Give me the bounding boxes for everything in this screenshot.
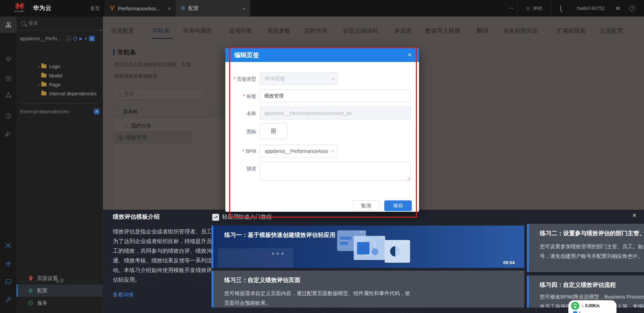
menu-item-label: 页面设置	[37, 275, 58, 282]
package-install-icon[interactable]	[0, 70, 17, 87]
folder-icon	[41, 74, 46, 77]
wrench-icon[interactable]	[0, 292, 17, 308]
card-title: 练习一：基于模板快速创建绩效评估轻应用	[224, 231, 335, 239]
explorer-search-input[interactable]: 搜索	[17, 17, 103, 31]
add-icon[interactable]: +	[89, 36, 95, 41]
chevron-down-icon[interactable]	[66, 36, 71, 41]
tree-item-logic[interactable]: ▸ Logic	[17, 62, 103, 71]
tab-app-close-icon[interactable]: ×	[168, 6, 171, 11]
home-link[interactable]: 首页	[90, 0, 100, 17]
tutorial-card-2[interactable]: 练习二：设置参与绩效评估的部门主管、员工 您可设置参加绩效管理的部门主管、员工。…	[527, 224, 644, 272]
required-mark: *	[244, 93, 245, 99]
tutorial-card-3[interactable]: 练习三：自定义绩效评估页面 您可根据需求自定义页面内容，通过配置页面数据模型、组…	[212, 271, 524, 307]
field-label-icon: 图标	[218, 129, 256, 135]
help-button[interactable]: ?	[625, 6, 639, 11]
search-icon	[560, 5, 561, 11]
search-button[interactable]	[551, 5, 570, 11]
debug-run-icon[interactable]	[0, 125, 17, 142]
app-window: HUAWEI 华为云 首页 PerformanceAss... × ⚙ 配置 ×…	[0, 0, 644, 313]
tree-item-label: Model	[49, 73, 62, 79]
feedback-button[interactable]: ☺ 评价	[517, 0, 551, 17]
explorer-panel: 搜索 ‹ appdemo__Perfo... ▶ ▼ + ▸ Logic Mod…	[17, 17, 103, 313]
chevron-down-icon	[331, 77, 335, 80]
left-icon-rail	[0, 17, 17, 313]
external-dependencies-row[interactable]: External dependencies +	[20, 109, 99, 114]
tab-config[interactable]: ⚙ 配置 ×	[176, 0, 250, 17]
tab-performance-app[interactable]: PerformanceAss... ×	[105, 0, 176, 17]
icon-picker-button[interactable]	[260, 123, 287, 139]
wifi-icon	[571, 302, 579, 310]
gear-icon: ⚙	[181, 5, 185, 11]
help-icon: ?	[629, 6, 635, 11]
dialog-title: 编辑页签	[234, 51, 259, 59]
badge-count: 1	[579, 311, 581, 313]
edit-tab-dialog: 编辑页签 × *页签类型 BPM页签 *标签 名称 图标 *BPM appdem…	[225, 48, 419, 212]
tutorial-card-1-video[interactable]: 练习一：基于模板快速创建绩效评估轻应用 00:54	[212, 226, 524, 268]
tree-root-row[interactable]: appdemo__Perfo... ▶ ▼ +	[20, 35, 101, 42]
layers-icon[interactable]	[0, 51, 17, 67]
panel-collapse-icon[interactable]: ‹	[100, 25, 105, 34]
external-dependencies-label: External dependencies	[20, 109, 94, 114]
card-title: 练习四：自定义绩效评估流程	[540, 281, 616, 289]
brand-title: 华为云	[33, 0, 52, 17]
history-icon[interactable]	[0, 107, 17, 124]
tree-item-label: Internal dependencies	[49, 91, 97, 96]
huawei-wordmark: HUAWEI	[12, 10, 27, 12]
tag-input[interactable]	[260, 90, 411, 102]
network-speed-widget[interactable]: ↑↓ 0.00K/s 1	[568, 300, 616, 313]
terminal-icon[interactable]	[0, 273, 17, 290]
tree-item-label: Logic	[49, 64, 61, 69]
panel-close-icon[interactable]: ×	[632, 211, 636, 219]
expander-icon[interactable]: ▸	[36, 83, 41, 86]
menu-item-label: 服务	[37, 300, 47, 306]
mail-icon[interactable]: ✉	[611, 5, 625, 12]
view-details-link[interactable]: 查看详情	[113, 292, 133, 298]
cloud-upload-icon[interactable]	[0, 310, 17, 313]
tree-item-model[interactable]: Model	[17, 71, 103, 80]
connections-icon[interactable]	[0, 87, 17, 103]
description-textarea[interactable]	[260, 162, 411, 181]
field-label-bpm: *BPM	[218, 148, 256, 154]
ghost-dots-decoration	[272, 252, 284, 255]
bpm-select[interactable]: appdemo__PerformanceAsses:	[260, 145, 338, 157]
intro-text: 绩效评估是指企业或者组织管理者、员工为了达到企业或者组织目标，持续提升员工的绩效…	[113, 227, 213, 285]
tree-item-page[interactable]: ▸ Page	[17, 80, 103, 89]
tab-config-close-icon[interactable]: ×	[242, 6, 245, 11]
huawei-flower-icon	[14, 2, 25, 11]
clover-icon	[269, 127, 278, 135]
menu-item-label: 配置	[37, 288, 47, 294]
field-label-desc: 描述	[218, 166, 256, 172]
expander-icon[interactable]: ▸	[36, 65, 41, 68]
dialog-header[interactable]: 编辑页签 ×	[225, 48, 419, 62]
dialog-close-icon[interactable]: ×	[408, 51, 411, 58]
save-button[interactable]: 保存	[384, 200, 412, 211]
username[interactable]: hw84740751	[571, 0, 611, 17]
menu-item-config[interactable]: ⚙ 配置	[17, 284, 103, 297]
branch-icon	[109, 6, 115, 11]
tree-item-internal-dependencies[interactable]: Internal dependencies	[17, 89, 103, 98]
chart-trend-icon	[212, 214, 219, 221]
card-body: 您可设置参加绩效管理的部门主管、员工。如果系统中没有部门主管、员工用户账号，请先…	[540, 242, 644, 261]
filter-icon[interactable]: ▼	[84, 37, 87, 41]
preview-eye-icon[interactable]	[0, 237, 17, 254]
network-speed: 0.00K/s	[585, 303, 600, 308]
tab-type-select: BPM页签	[260, 72, 338, 85]
cancel-button[interactable]: 取消	[353, 200, 379, 211]
menu-item-services[interactable]: 服务	[17, 297, 103, 309]
menu-item-page-settings[interactable]: 页面设置	[17, 272, 103, 284]
video-duration: 00:54	[503, 260, 515, 265]
run-icon[interactable]: ▶	[79, 36, 82, 41]
tab-app-label: PerformanceAss...	[118, 6, 160, 11]
field-label-type: *页签类型	[218, 76, 256, 82]
sitemap-icon[interactable]	[0, 17, 17, 33]
add-external-dependency-button[interactable]: +	[94, 109, 99, 114]
card-title: 练习二：设置参与绩效评估的部门主管、员工	[540, 229, 644, 237]
bpm-value: appdemo__PerformanceAsses:	[265, 148, 328, 154]
feedback-label: 评价	[533, 0, 543, 17]
refresh-icon[interactable]	[73, 36, 78, 41]
required-mark: *	[243, 148, 244, 154]
tree-root-label: appdemo__Perfo...	[20, 36, 64, 41]
crosshair-icon[interactable]	[0, 255, 17, 272]
more-menu-button[interactable]: ···	[506, 0, 517, 17]
top-bar: HUAWEI 华为云 首页 PerformanceAss... × ⚙ 配置 ×…	[0, 0, 644, 17]
